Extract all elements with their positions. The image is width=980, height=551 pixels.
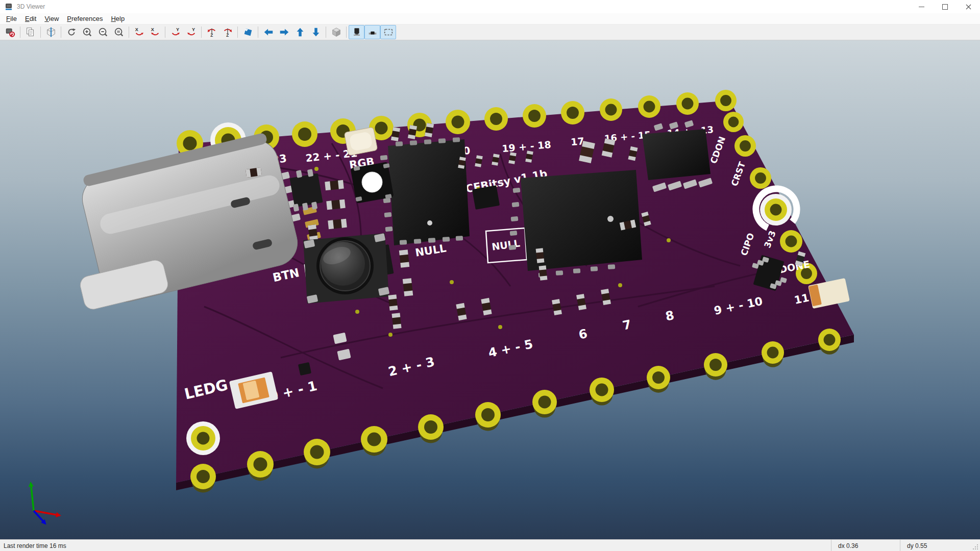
regulator-ic: [289, 173, 323, 208]
copy-icon: [25, 27, 36, 38]
passive-cap: [404, 291, 413, 296]
ortho-projection-icon: [242, 27, 254, 38]
drill-hole: [310, 445, 324, 459]
rotate-z-ccw-button[interactable]: Z: [204, 25, 219, 39]
rotate-y-cw-button[interactable]: Y: [183, 25, 199, 39]
menu-bar: File Edit View Preferences Help: [0, 13, 980, 24]
display-options-icon: [45, 27, 57, 38]
pin1-dot: [427, 220, 432, 226]
menu-file[interactable]: File: [2, 14, 21, 23]
passive-cap: [537, 258, 545, 263]
chip-pad: [456, 236, 463, 241]
display-options-button[interactable]: [43, 25, 59, 39]
toggle-th-models-button[interactable]: [349, 25, 364, 39]
drill-hole: [740, 140, 751, 152]
drill-hole: [367, 432, 381, 446]
zoom-in-button[interactable]: [79, 25, 95, 39]
fpga-chip: [388, 139, 470, 245]
drill-hole: [755, 172, 766, 184]
pan-down-button[interactable]: [308, 25, 324, 39]
passive-cap: [389, 306, 398, 311]
zoom-fit-button[interactable]: [111, 25, 127, 39]
passive-cap: [539, 265, 547, 270]
axis-indicator: [29, 482, 61, 524]
passive-cap: [403, 278, 412, 284]
redraw-button[interactable]: [63, 25, 79, 39]
chip-pad: [380, 155, 388, 160]
drill-hole: [528, 110, 541, 122]
toolbar-separator: [20, 27, 20, 38]
menu-preferences[interactable]: Preferences: [63, 14, 107, 23]
copy-image-button[interactable]: [22, 25, 38, 39]
drill-hole: [709, 359, 722, 371]
pan-up-button[interactable]: [292, 25, 308, 39]
passive-cap: [328, 220, 334, 229]
pan-down-icon: [310, 27, 322, 38]
drill-hole: [452, 116, 464, 129]
chip-pad: [384, 212, 392, 217]
passive-cap: [338, 180, 344, 189]
viewport-3d[interactable]: VIN3v32322 + - 212019 + - 181716 + - 151…: [0, 40, 980, 539]
toolbar-separator: [346, 27, 347, 38]
drill-hole: [197, 470, 210, 483]
drill-hole: [481, 408, 495, 421]
status-dy: dy 0.55: [900, 540, 969, 551]
through-hole-model-icon: [351, 27, 362, 38]
toolbar-separator: [258, 27, 258, 38]
pan-right-button[interactable]: [276, 25, 292, 39]
rotate-z-cw-icon: Z: [222, 27, 233, 38]
chip-pad: [414, 239, 422, 244]
rgb-led-lens: [362, 172, 382, 192]
drill-hole: [682, 98, 694, 110]
rotate-y-ccw-icon: Y: [170, 27, 181, 38]
rotate-x-ccw-icon: X: [134, 27, 145, 38]
drill-hole: [253, 457, 267, 471]
passive-cap: [388, 294, 397, 299]
via: [667, 238, 671, 242]
drill-hole: [720, 95, 731, 106]
toolbar-separator: [237, 27, 238, 38]
raytracing-button[interactable]: [328, 25, 344, 39]
rotate-y-ccw-button[interactable]: Y: [167, 25, 183, 39]
passive-component: [536, 248, 545, 263]
rotate-z-cw-button[interactable]: Z: [219, 25, 235, 39]
passive-cap: [339, 199, 346, 209]
pan-left-button[interactable]: [260, 25, 276, 39]
drill-hole: [767, 347, 779, 359]
chip-pad: [443, 237, 450, 242]
chip-pad: [573, 268, 581, 273]
minimize-button[interactable]: [910, 0, 933, 13]
toolbar-separator: [201, 27, 202, 38]
menu-edit[interactable]: Edit: [21, 14, 40, 23]
rotate-x-ccw-button[interactable]: X: [131, 25, 147, 39]
virtual-model-icon: [383, 27, 394, 38]
passive-cap: [536, 248, 544, 253]
drill-hole: [596, 384, 608, 396]
svg-text:X: X: [135, 27, 138, 32]
chip-pad: [396, 141, 403, 146]
passive-component: [399, 249, 409, 268]
drill-hole: [183, 136, 197, 150]
resize-grip[interactable]: [969, 540, 980, 551]
menu-help[interactable]: Help: [107, 14, 129, 23]
drill-hole: [652, 371, 665, 384]
reload-board-button[interactable]: [2, 25, 18, 39]
drill-hole: [786, 236, 797, 247]
toolbar: X X Y Y Z: [0, 24, 980, 40]
render-time-status: Last render time 16 ms: [0, 542, 831, 549]
maximize-button[interactable]: [933, 0, 957, 13]
reload-board-icon: [5, 27, 16, 38]
passive-cap: [325, 181, 331, 190]
toggle-virtual-models-button[interactable]: [380, 25, 396, 39]
zoom-out-button[interactable]: [95, 25, 111, 39]
rotate-z-ccw-icon: Z: [206, 27, 217, 38]
drill-hole: [490, 113, 502, 125]
ortho-projection-button[interactable]: [240, 25, 256, 39]
passive-cap: [399, 249, 408, 255]
close-button[interactable]: [957, 0, 980, 13]
toggle-smd-models-button[interactable]: [364, 25, 380, 39]
menu-view[interactable]: View: [40, 14, 63, 23]
rotate-x-cw-button[interactable]: X: [147, 25, 163, 39]
toolbar-separator: [165, 27, 165, 38]
passive-component: [388, 294, 398, 311]
